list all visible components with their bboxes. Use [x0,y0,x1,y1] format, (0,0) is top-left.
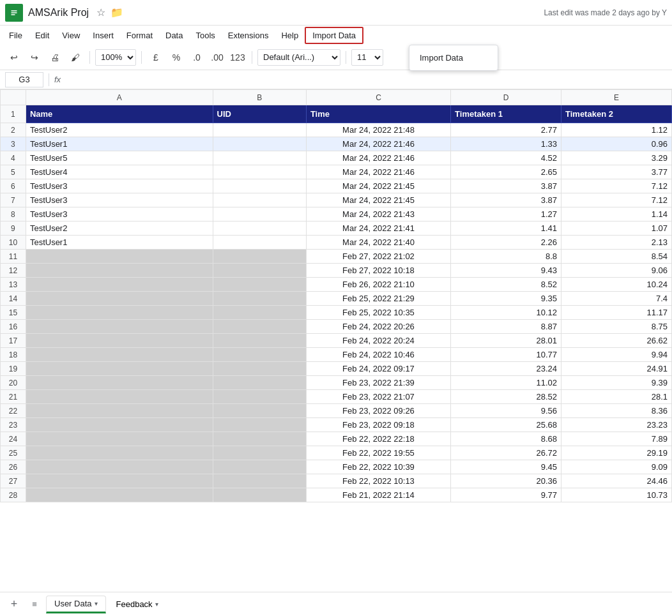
table-row[interactable]: 18Feb 24, 2022 10:4610.779.94 [1,348,672,362]
tab-feedback[interactable]: Feedback ▾ [109,596,166,613]
tab-feedback-arrow[interactable]: ▾ [155,601,158,608]
folder-icon[interactable]: 📁 [111,6,123,19]
cell-timetaken2[interactable]: 24.46 [561,474,672,488]
cell-timetaken2[interactable]: 0.96 [561,137,672,151]
cell-name[interactable]: TestUser3 [26,179,213,193]
cell-uid[interactable] [213,123,306,137]
table-row[interactable]: 24Feb 22, 2022 22:188.687.89 [1,432,672,446]
cell-time[interactable]: Feb 25, 2022 10:35 [306,306,450,320]
cell-timetaken1[interactable]: 9.45 [451,460,561,474]
tab-user-data[interactable]: User Data ▾ [46,596,106,613]
decimal-more-button[interactable]: .00 [208,49,226,66]
cell-name[interactable]: TestUser3 [26,207,213,222]
table-row[interactable]: 23Feb 23, 2022 09:1825.6823.23 [1,418,672,432]
spreadsheet-scroll-area[interactable]: A B C D E 1 Name UID Time Timetaken 1 Ti… [0,89,672,592]
cell-name[interactable] [26,446,213,460]
cell-timetaken2[interactable]: 9.09 [561,460,672,474]
print-button[interactable]: 🖨 [46,49,64,66]
cell-timetaken1[interactable]: 2.26 [451,236,561,250]
cell-timetaken2[interactable]: 2.13 [561,236,672,250]
cell-timetaken2[interactable]: 9.06 [561,264,672,278]
menu-format[interactable]: Format [120,28,159,43]
cell-uid[interactable] [213,137,306,151]
cell-timetaken1[interactable]: 9.56 [451,404,561,418]
table-row[interactable]: 27Feb 22, 2022 10:1320.3624.46 [1,474,672,488]
cell-time[interactable]: Feb 23, 2022 09:18 [306,418,450,432]
zoom-select[interactable]: 100% 75% 50% [95,49,136,66]
menu-view[interactable]: View [56,28,86,43]
formula-input[interactable] [66,72,667,87]
cell-name[interactable] [26,334,213,348]
cell-timetaken1[interactable]: 3.87 [451,179,561,193]
tab-user-data-arrow[interactable]: ▾ [95,600,98,607]
cell-timetaken2[interactable]: 28.1 [561,390,672,404]
cell-timetaken2[interactable]: 1.07 [561,222,672,236]
cell-time[interactable]: Feb 24, 2022 20:24 [306,334,450,348]
cell-timetaken1[interactable]: 23.24 [451,362,561,376]
table-row[interactable]: 20Feb 23, 2022 21:3911.029.39 [1,376,672,390]
cell-name[interactable] [26,264,213,278]
cell-timetaken1[interactable]: 8.87 [451,320,561,334]
table-row[interactable]: 5TestUser4Mar 24, 2022 21:462.653.77 [1,165,672,179]
cell-uid[interactable] [213,460,306,474]
cell-timetaken2[interactable]: 9.39 [561,376,672,390]
cell-time[interactable]: Mar 24, 2022 21:45 [306,193,450,207]
cell-name[interactable]: TestUser1 [26,137,213,151]
table-row[interactable]: 3TestUser1Mar 24, 2022 21:461.330.96 [1,137,672,151]
table-row[interactable]: 10TestUser1Mar 24, 2022 21:402.262.13 [1,236,672,250]
menu-insert[interactable]: Insert [86,28,120,43]
cell-timetaken2[interactable]: 10.24 [561,278,672,292]
cell-time[interactable]: Feb 23, 2022 21:39 [306,376,450,390]
cell-name[interactable] [26,292,213,306]
cell-timetaken1[interactable]: 4.52 [451,151,561,165]
cell-uid[interactable] [213,250,306,264]
cell-timetaken1[interactable]: 9.35 [451,292,561,306]
cell-timetaken2[interactable]: 3.29 [561,151,672,165]
menu-tools[interactable]: Tools [189,28,221,43]
menu-edit[interactable]: Edit [29,28,56,43]
table-row[interactable]: 14Feb 25, 2022 21:299.357.4 [1,292,672,306]
cell-timetaken1[interactable]: 28.52 [451,390,561,404]
cell-name[interactable] [26,348,213,362]
cell-timetaken1[interactable]: 10.77 [451,348,561,362]
col-header-e[interactable]: E [561,90,672,105]
table-row[interactable]: 25Feb 22, 2022 19:5526.7229.19 [1,446,672,460]
cell-timetaken2[interactable]: 3.77 [561,165,672,179]
cell-timetaken2[interactable]: 8.36 [561,404,672,418]
cell-timetaken2[interactable]: 24.91 [561,362,672,376]
table-row[interactable]: 2TestUser2Mar 24, 2022 21:482.771.12 [1,123,672,137]
table-row[interactable]: 7TestUser3Mar 24, 2022 21:453.877.12 [1,193,672,207]
cell-timetaken1[interactable]: 8.68 [451,432,561,446]
cell-timetaken2[interactable]: 26.62 [561,334,672,348]
cell-timetaken1[interactable]: 28.01 [451,334,561,348]
table-row[interactable]: 9TestUser2Mar 24, 2022 21:411.411.07 [1,222,672,236]
cell-timetaken2[interactable]: 11.17 [561,306,672,320]
add-sheet-button[interactable]: + [5,596,23,613]
menu-data[interactable]: Data [159,28,189,43]
cell-reference-input[interactable]: G3 [5,72,43,87]
cell-timetaken2[interactable]: 23.23 [561,418,672,432]
table-row[interactable]: 6TestUser3Mar 24, 2022 21:453.877.12 [1,179,672,193]
header-timetaken2[interactable]: Timetaken 2 [561,105,672,123]
cell-uid[interactable] [213,207,306,222]
cell-name[interactable] [26,250,213,264]
cell-uid[interactable] [213,320,306,334]
cell-timetaken2[interactable]: 7.12 [561,193,672,207]
cell-uid[interactable] [213,278,306,292]
cell-time[interactable]: Mar 24, 2022 21:48 [306,123,450,137]
table-row[interactable]: 11Feb 27, 2022 21:028.88.54 [1,250,672,264]
cell-time[interactable]: Feb 22, 2022 10:39 [306,460,450,474]
cell-time[interactable]: Mar 24, 2022 21:46 [306,137,450,151]
cell-timetaken2[interactable]: 29.19 [561,446,672,460]
cell-uid[interactable] [213,404,306,418]
cell-uid[interactable] [213,390,306,404]
cell-time[interactable]: Feb 22, 2022 10:13 [306,474,450,488]
table-row[interactable]: 4TestUser5Mar 24, 2022 21:464.523.29 [1,151,672,165]
cell-uid[interactable] [213,306,306,320]
cell-time[interactable]: Feb 27, 2022 10:18 [306,264,450,278]
cell-name[interactable]: TestUser2 [26,123,213,137]
table-row[interactable]: 21Feb 23, 2022 21:0728.5228.1 [1,390,672,404]
cell-uid[interactable] [213,193,306,207]
cell-time[interactable]: Feb 27, 2022 21:02 [306,250,450,264]
cell-time[interactable]: Feb 24, 2022 09:17 [306,362,450,376]
